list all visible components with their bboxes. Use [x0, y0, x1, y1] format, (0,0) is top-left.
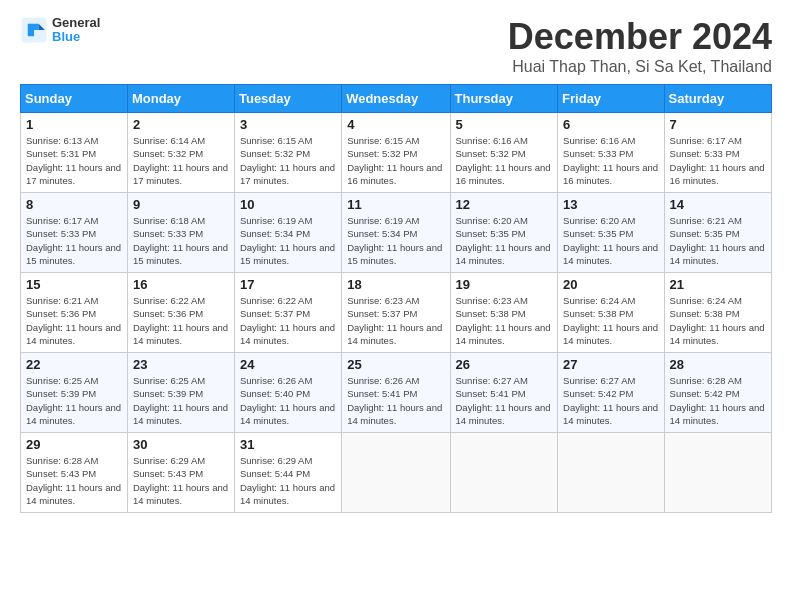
- calendar-table: SundayMondayTuesdayWednesdayThursdayFrid…: [20, 84, 772, 513]
- calendar-cell: 22 Sunrise: 6:25 AM Sunset: 5:39 PM Dayl…: [21, 353, 128, 433]
- day-number: 21: [670, 277, 766, 292]
- day-number: 5: [456, 117, 553, 132]
- calendar-cell: 10 Sunrise: 6:19 AM Sunset: 5:34 PM Dayl…: [234, 193, 341, 273]
- day-info: Sunrise: 6:29 AM Sunset: 5:43 PM Dayligh…: [133, 454, 229, 507]
- calendar-cell: 15 Sunrise: 6:21 AM Sunset: 5:36 PM Dayl…: [21, 273, 128, 353]
- calendar-week-row: 29 Sunrise: 6:28 AM Sunset: 5:43 PM Dayl…: [21, 433, 772, 513]
- page-header: General Blue December 2024 Huai Thap Tha…: [20, 16, 772, 76]
- calendar-cell: 31 Sunrise: 6:29 AM Sunset: 5:44 PM Dayl…: [234, 433, 341, 513]
- calendar-header: SundayMondayTuesdayWednesdayThursdayFrid…: [21, 85, 772, 113]
- calendar-week-row: 1 Sunrise: 6:13 AM Sunset: 5:31 PM Dayli…: [21, 113, 772, 193]
- location-title: Huai Thap Than, Si Sa Ket, Thailand: [508, 58, 772, 76]
- calendar-cell: 21 Sunrise: 6:24 AM Sunset: 5:38 PM Dayl…: [664, 273, 771, 353]
- day-number: 9: [133, 197, 229, 212]
- calendar-cell: 24 Sunrise: 6:26 AM Sunset: 5:40 PM Dayl…: [234, 353, 341, 433]
- day-number: 3: [240, 117, 336, 132]
- calendar-day-header: Thursday: [450, 85, 558, 113]
- calendar-week-row: 22 Sunrise: 6:25 AM Sunset: 5:39 PM Dayl…: [21, 353, 772, 433]
- day-number: 30: [133, 437, 229, 452]
- day-number: 31: [240, 437, 336, 452]
- day-info: Sunrise: 6:28 AM Sunset: 5:42 PM Dayligh…: [670, 374, 766, 427]
- day-number: 15: [26, 277, 122, 292]
- day-info: Sunrise: 6:27 AM Sunset: 5:42 PM Dayligh…: [563, 374, 658, 427]
- calendar-day-header: Monday: [127, 85, 234, 113]
- calendar-cell: 26 Sunrise: 6:27 AM Sunset: 5:41 PM Dayl…: [450, 353, 558, 433]
- day-info: Sunrise: 6:15 AM Sunset: 5:32 PM Dayligh…: [347, 134, 444, 187]
- calendar-cell: 1 Sunrise: 6:13 AM Sunset: 5:31 PM Dayli…: [21, 113, 128, 193]
- day-info: Sunrise: 6:21 AM Sunset: 5:35 PM Dayligh…: [670, 214, 766, 267]
- day-number: 13: [563, 197, 658, 212]
- day-number: 24: [240, 357, 336, 372]
- day-info: Sunrise: 6:17 AM Sunset: 5:33 PM Dayligh…: [26, 214, 122, 267]
- day-info: Sunrise: 6:14 AM Sunset: 5:32 PM Dayligh…: [133, 134, 229, 187]
- day-number: 26: [456, 357, 553, 372]
- day-info: Sunrise: 6:26 AM Sunset: 5:40 PM Dayligh…: [240, 374, 336, 427]
- day-info: Sunrise: 6:15 AM Sunset: 5:32 PM Dayligh…: [240, 134, 336, 187]
- day-info: Sunrise: 6:24 AM Sunset: 5:38 PM Dayligh…: [670, 294, 766, 347]
- day-info: Sunrise: 6:25 AM Sunset: 5:39 PM Dayligh…: [133, 374, 229, 427]
- calendar-cell: 23 Sunrise: 6:25 AM Sunset: 5:39 PM Dayl…: [127, 353, 234, 433]
- logo-line1: General: [52, 16, 100, 30]
- day-number: 4: [347, 117, 444, 132]
- calendar-cell: 6 Sunrise: 6:16 AM Sunset: 5:33 PM Dayli…: [558, 113, 664, 193]
- day-info: Sunrise: 6:23 AM Sunset: 5:38 PM Dayligh…: [456, 294, 553, 347]
- month-title: December 2024: [508, 16, 772, 58]
- calendar-cell: 29 Sunrise: 6:28 AM Sunset: 5:43 PM Dayl…: [21, 433, 128, 513]
- calendar-day-header: Wednesday: [342, 85, 450, 113]
- day-number: 19: [456, 277, 553, 292]
- day-number: 22: [26, 357, 122, 372]
- calendar-cell: [450, 433, 558, 513]
- day-number: 14: [670, 197, 766, 212]
- day-info: Sunrise: 6:25 AM Sunset: 5:39 PM Dayligh…: [26, 374, 122, 427]
- day-number: 17: [240, 277, 336, 292]
- calendar-week-row: 8 Sunrise: 6:17 AM Sunset: 5:33 PM Dayli…: [21, 193, 772, 273]
- calendar-cell: 13 Sunrise: 6:20 AM Sunset: 5:35 PM Dayl…: [558, 193, 664, 273]
- calendar-cell: 11 Sunrise: 6:19 AM Sunset: 5:34 PM Dayl…: [342, 193, 450, 273]
- day-number: 6: [563, 117, 658, 132]
- calendar-day-header: Saturday: [664, 85, 771, 113]
- day-info: Sunrise: 6:17 AM Sunset: 5:33 PM Dayligh…: [670, 134, 766, 187]
- calendar-cell: 3 Sunrise: 6:15 AM Sunset: 5:32 PM Dayli…: [234, 113, 341, 193]
- calendar-cell: 28 Sunrise: 6:28 AM Sunset: 5:42 PM Dayl…: [664, 353, 771, 433]
- calendar-cell: 2 Sunrise: 6:14 AM Sunset: 5:32 PM Dayli…: [127, 113, 234, 193]
- day-number: 10: [240, 197, 336, 212]
- calendar-week-row: 15 Sunrise: 6:21 AM Sunset: 5:36 PM Dayl…: [21, 273, 772, 353]
- day-number: 28: [670, 357, 766, 372]
- calendar-cell: 16 Sunrise: 6:22 AM Sunset: 5:36 PM Dayl…: [127, 273, 234, 353]
- logo-line2: Blue: [52, 30, 100, 44]
- day-number: 27: [563, 357, 658, 372]
- day-info: Sunrise: 6:18 AM Sunset: 5:33 PM Dayligh…: [133, 214, 229, 267]
- title-area: December 2024 Huai Thap Than, Si Sa Ket,…: [508, 16, 772, 76]
- day-info: Sunrise: 6:20 AM Sunset: 5:35 PM Dayligh…: [456, 214, 553, 267]
- day-number: 11: [347, 197, 444, 212]
- day-number: 20: [563, 277, 658, 292]
- day-info: Sunrise: 6:27 AM Sunset: 5:41 PM Dayligh…: [456, 374, 553, 427]
- day-info: Sunrise: 6:23 AM Sunset: 5:37 PM Dayligh…: [347, 294, 444, 347]
- calendar-cell: 14 Sunrise: 6:21 AM Sunset: 5:35 PM Dayl…: [664, 193, 771, 273]
- calendar-day-header: Sunday: [21, 85, 128, 113]
- day-info: Sunrise: 6:21 AM Sunset: 5:36 PM Dayligh…: [26, 294, 122, 347]
- calendar-cell: 7 Sunrise: 6:17 AM Sunset: 5:33 PM Dayli…: [664, 113, 771, 193]
- day-info: Sunrise: 6:29 AM Sunset: 5:44 PM Dayligh…: [240, 454, 336, 507]
- calendar-cell: 4 Sunrise: 6:15 AM Sunset: 5:32 PM Dayli…: [342, 113, 450, 193]
- day-number: 7: [670, 117, 766, 132]
- day-number: 8: [26, 197, 122, 212]
- calendar-cell: [558, 433, 664, 513]
- day-info: Sunrise: 6:22 AM Sunset: 5:37 PM Dayligh…: [240, 294, 336, 347]
- day-number: 16: [133, 277, 229, 292]
- calendar-cell: 25 Sunrise: 6:26 AM Sunset: 5:41 PM Dayl…: [342, 353, 450, 433]
- calendar-cell: 18 Sunrise: 6:23 AM Sunset: 5:37 PM Dayl…: [342, 273, 450, 353]
- day-info: Sunrise: 6:22 AM Sunset: 5:36 PM Dayligh…: [133, 294, 229, 347]
- logo: General Blue: [20, 16, 100, 45]
- day-info: Sunrise: 6:24 AM Sunset: 5:38 PM Dayligh…: [563, 294, 658, 347]
- day-number: 25: [347, 357, 444, 372]
- calendar-cell: [342, 433, 450, 513]
- calendar-cell: 12 Sunrise: 6:20 AM Sunset: 5:35 PM Dayl…: [450, 193, 558, 273]
- day-number: 18: [347, 277, 444, 292]
- day-number: 2: [133, 117, 229, 132]
- day-number: 12: [456, 197, 553, 212]
- calendar-body: 1 Sunrise: 6:13 AM Sunset: 5:31 PM Dayli…: [21, 113, 772, 513]
- calendar-cell: 30 Sunrise: 6:29 AM Sunset: 5:43 PM Dayl…: [127, 433, 234, 513]
- calendar-cell: 27 Sunrise: 6:27 AM Sunset: 5:42 PM Dayl…: [558, 353, 664, 433]
- calendar-cell: 5 Sunrise: 6:16 AM Sunset: 5:32 PM Dayli…: [450, 113, 558, 193]
